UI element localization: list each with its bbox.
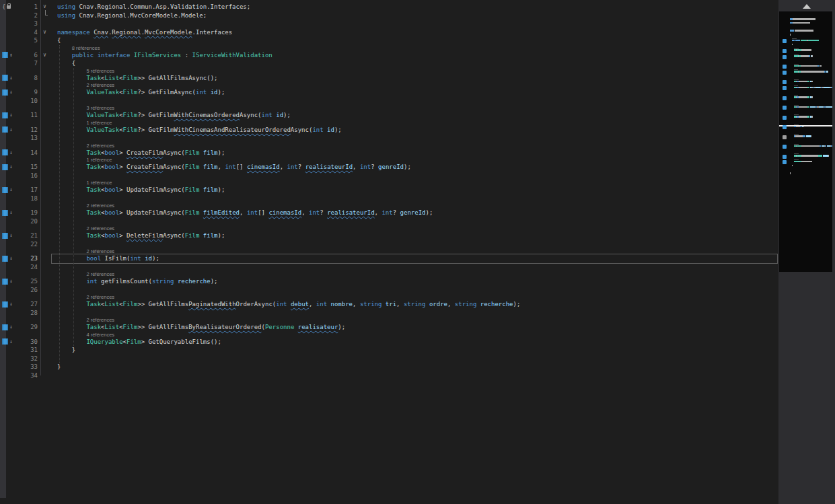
glyph-margin[interactable]: ↓ (0, 163, 20, 172)
implemented-by-down-icon[interactable] (2, 164, 8, 170)
line-number[interactable]: 16 (20, 172, 38, 180)
line-number[interactable]: 29 (20, 323, 38, 332)
fold-margin[interactable]: ∨ (38, 51, 57, 60)
code-line[interactable]: 24 (0, 263, 778, 272)
code-line-text[interactable]: Task<bool> CreateFilmAsync(Film film, in… (57, 163, 778, 172)
implemented-by-down-icon[interactable] (2, 233, 8, 239)
code-line[interactable]: ↓21Task<bool> DeleteFilmAsync(Film film)… (0, 231, 778, 240)
glyph-margin[interactable] (0, 263, 20, 272)
code-line[interactable]: 7{ (0, 59, 778, 68)
fold-margin[interactable] (38, 59, 57, 68)
code-line[interactable]: ↓14Task<bool> CreateFilmAsync(Film film)… (0, 149, 778, 157)
line-number[interactable]: 21 (20, 231, 38, 240)
glyph-margin[interactable] (0, 286, 20, 295)
fold-margin[interactable] (38, 277, 57, 286)
code-line[interactable]: 10 (0, 97, 778, 106)
minimap-scrollbar[interactable] (778, 0, 835, 504)
implemented-by-down-icon[interactable] (2, 149, 8, 155)
code-line[interactable]: 34 (0, 371, 778, 380)
implemented-by-down-icon[interactable] (2, 301, 8, 308)
line-number[interactable]: 24 (20, 263, 38, 272)
fold-margin[interactable] (38, 323, 57, 332)
glyph-margin[interactable] (0, 355, 20, 363)
code-line[interactable]: 28 (0, 309, 778, 318)
fold-margin[interactable] (38, 111, 57, 120)
line-number[interactable]: 22 (20, 240, 38, 249)
implemented-by-down-icon[interactable] (2, 256, 8, 262)
glyph-margin[interactable]: ↓ (0, 111, 20, 120)
line-number[interactable]: 4 (20, 28, 38, 37)
code-line[interactable]: 18 (0, 194, 778, 203)
fold-margin[interactable] (38, 286, 57, 295)
glyph-margin[interactable] (0, 194, 20, 203)
glyph-margin[interactable]: ↓ (0, 126, 20, 135)
code-line-text[interactable]: int getFilmsCount(string recherche); (57, 277, 778, 286)
code-line[interactable]: ↓25int getFilmsCount(string recherche); (0, 277, 778, 286)
glyph-margin[interactable]: { (0, 3, 20, 11)
glyph-margin[interactable] (0, 346, 20, 355)
line-number[interactable]: 31 (20, 346, 38, 355)
glyph-margin[interactable] (0, 371, 20, 380)
code-line-text[interactable]: namespace Cnav.Regional.MvcCoreModele.In… (57, 28, 778, 37)
fold-margin[interactable] (38, 36, 57, 45)
implemented-by-down-icon[interactable] (2, 75, 8, 81)
line-number[interactable]: 20 (20, 217, 38, 226)
code-line-text[interactable]: Task<List<Film>> GetAllFilmsByRealisateu… (57, 323, 778, 332)
code-line-text[interactable]: public interface IFilmServices : IServic… (57, 51, 778, 60)
code-line-text[interactable]: Task<bool> DeleteFilmAsync(Film film); (57, 231, 778, 240)
code-line[interactable]: ↓8Task<List<Film>> GetAllFilmsAsync(); (0, 74, 778, 83)
glyph-margin[interactable] (0, 20, 20, 28)
fold-margin[interactable] (38, 149, 57, 157)
scroll-up-icon[interactable] (803, 4, 811, 9)
codelens-references[interactable]: 2 références (86, 294, 114, 300)
codelens-references[interactable]: 2 références (86, 271, 114, 277)
code-line[interactable]: 22 (0, 240, 778, 249)
code-line-text[interactable] (57, 240, 778, 249)
code-line[interactable]: ↓11ValueTask<Film?> GetFilmWithCinemasOr… (0, 111, 778, 120)
codelens-references[interactable]: 5 références (86, 68, 114, 74)
code-line-text[interactable] (57, 97, 778, 106)
codelens-references[interactable]: 4 références (86, 332, 114, 338)
code-line[interactable]: ↓30IQueryable<Film> GetQueryableFilms(); (0, 338, 778, 347)
glyph-margin[interactable]: ↓ (0, 88, 20, 97)
code-line[interactable]: 3 (0, 20, 778, 28)
glyph-margin[interactable] (0, 172, 20, 180)
fold-margin[interactable] (38, 186, 57, 194)
line-number[interactable]: 12 (20, 126, 38, 135)
code-line[interactable]: 13 (0, 134, 778, 143)
glyph-margin[interactable] (0, 97, 20, 106)
line-number[interactable]: 15 (20, 163, 38, 172)
code-line[interactable]: ↓23bool IsFilm(int id); (0, 254, 778, 263)
fold-margin[interactable] (38, 355, 57, 363)
code-line-text[interactable]: Task<bool> UpdateFilmAsync(Film film); (57, 186, 778, 194)
code-line-text[interactable] (57, 371, 778, 380)
line-number[interactable]: 30 (20, 338, 38, 347)
line-number[interactable]: 28 (20, 309, 38, 318)
code-line-text[interactable]: Task<bool> UpdateFilmAsync(Film filmEdit… (57, 209, 778, 217)
line-number[interactable]: 9 (20, 88, 38, 97)
fold-chevron-icon[interactable]: ∨ (43, 51, 46, 60)
line-number[interactable]: 11 (20, 111, 38, 120)
line-number[interactable]: 27 (20, 300, 38, 309)
fold-margin[interactable] (38, 194, 57, 203)
implemented-by-down-icon[interactable] (2, 112, 8, 118)
implemented-by-down-icon[interactable] (2, 324, 8, 330)
code-line-text[interactable] (57, 217, 778, 226)
code-line-text[interactable]: bool IsFilm(int id); (57, 254, 778, 263)
code-line[interactable]: 26 (0, 286, 778, 295)
glyph-margin[interactable]: ↓ (0, 231, 20, 240)
glyph-margin[interactable] (0, 28, 20, 37)
code-line-text[interactable] (57, 20, 778, 28)
glyph-margin[interactable] (0, 309, 20, 318)
line-number[interactable]: 25 (20, 277, 38, 286)
code-line-text[interactable]: Task<List<Film>> GetAllFilmsPaginatedWit… (57, 300, 778, 309)
fold-margin[interactable] (38, 338, 57, 347)
fold-margin[interactable] (38, 309, 57, 318)
code-line-text[interactable]: using Cnav.Regional.Commun.Asp.Validatio… (57, 3, 778, 11)
code-line-text[interactable] (57, 134, 778, 143)
code-line[interactable]: ↓9ValueTask<Film?> GetFilmAsync(int id); (0, 88, 778, 97)
code-line-text[interactable] (57, 286, 778, 295)
code-line[interactable]: ↓29Task<List<Film>> GetAllFilmsByRealisa… (0, 323, 778, 332)
code-line[interactable]: 4∨namespace Cnav.Regional.MvcCoreModele.… (0, 28, 778, 37)
code-line[interactable]: 20 (0, 217, 778, 226)
